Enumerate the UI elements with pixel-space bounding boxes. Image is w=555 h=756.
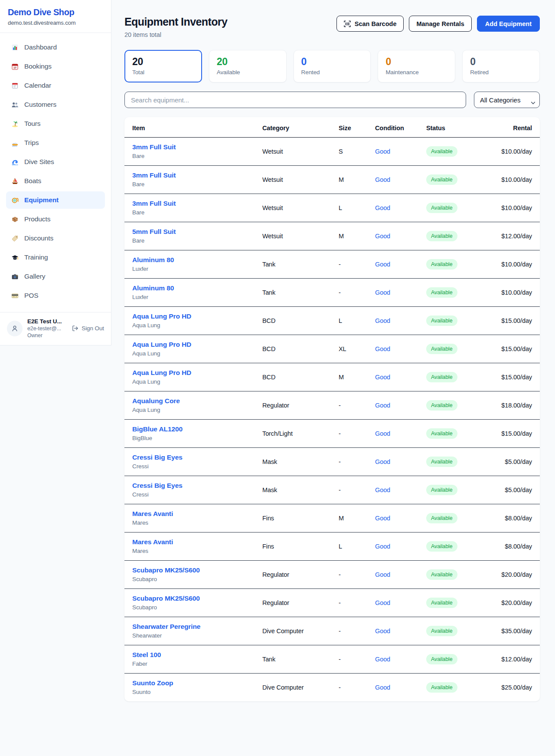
status-badge: Available [426,428,457,439]
category-cell: Regulator [255,589,331,617]
sidebar-item-products[interactable]: Products [6,210,105,228]
condition-link[interactable]: Good [375,345,390,352]
condition-link[interactable]: Good [375,486,390,493]
sidebar-item-label: Bookings [24,62,52,70]
item-brand: Scubapro [132,604,251,611]
stat-label-total: Total [132,69,194,76]
condition-link[interactable]: Good [375,374,390,381]
sidebar-item-calendar[interactable]: Calendar [6,77,105,94]
stat-card-total[interactable]: 20 Total [124,50,202,82]
condition-link[interactable]: Good [375,571,390,578]
stats-cards: 20 Total 20 Available 0 Rented 0 Mainten… [124,50,540,82]
sidebar-item-gallery[interactable]: Gallery [6,268,105,285]
category-cell: Mask [255,476,331,504]
item-cell: Mares Avanti Mares [124,532,255,561]
item-brand: Faber [132,661,251,667]
condition-link[interactable]: Good [375,261,390,268]
condition-link[interactable]: Good [375,515,390,522]
item-link[interactable]: 3mm Full Suit [132,143,251,151]
condition-link[interactable]: Good [375,402,390,409]
manage-rentals-button[interactable]: Manage Rentals [409,16,471,32]
table-row: Scubapro MK25/S600 Scubapro Regulator - … [124,589,540,617]
condition-link[interactable]: Good [375,628,390,634]
stat-label-retired: Retired [470,69,532,76]
customers-icon [11,101,19,108]
category-cell: BCD [255,363,331,391]
item-brand: Mares [132,548,251,554]
add-equipment-button[interactable]: Add Equipment [477,16,540,32]
sidebar-item-dive-sites[interactable]: Dive Sites [6,153,105,171]
item-link[interactable]: Scubapro MK25/S600 [132,566,251,574]
condition-link[interactable]: Good [375,430,390,437]
sidebar-item-bookings[interactable]: 17 Bookings [6,58,105,75]
category-filter-select[interactable]: All Categories [474,92,540,108]
equipment-table-card: Item Category Size Condition Status Rent… [124,117,540,701]
search-input[interactable] [124,92,466,108]
stat-card-rented[interactable]: 0 Rented [294,50,371,82]
shop-title: Demo Dive Shop [8,7,103,17]
sidebar-item-discounts[interactable]: Discounts [6,230,105,247]
sidebar-item-tours[interactable]: Tours [6,115,105,132]
stat-card-maintenance[interactable]: 0 Maintenance [378,50,455,82]
status-cell: Available [418,674,478,702]
stat-value-maintenance: 0 [385,56,447,68]
scan-barcode-button[interactable]: Scan Barcode [336,16,404,32]
stat-card-retired[interactable]: 0 Retired [462,50,540,82]
sidebar-item-dashboard[interactable]: Dashboard [6,39,105,56]
category-cell: Mask [255,448,331,476]
condition-link[interactable]: Good [375,176,390,183]
item-link[interactable]: Aqua Lung Pro HD [132,341,251,348]
item-link[interactable]: Steel 100 [132,651,251,659]
condition-link[interactable]: Good [375,233,390,240]
item-cell: Aluminum 80 Luxfer [124,279,255,307]
size-cell: - [331,420,367,448]
stat-card-available[interactable]: 20 Available [209,50,287,82]
status-cell: Available [418,391,478,420]
item-link[interactable]: 3mm Full Suit [132,171,251,179]
sidebar-item-pos[interactable]: POS [6,287,105,304]
sidebar-item-label: Gallery [24,273,45,280]
item-cell: Aqua Lung Pro HD Aqua Lung [124,307,255,335]
stat-value-retired: 0 [470,56,532,68]
item-link[interactable]: 5mm Full Suit [132,228,251,236]
size-cell: - [331,617,367,645]
condition-link[interactable]: Good [375,289,390,296]
filter-row: All Categories [124,92,540,108]
sidebar-item-customers[interactable]: Customers [6,96,105,113]
condition-link[interactable]: Good [375,684,390,691]
item-link[interactable]: Aqua Lung Pro HD [132,369,251,377]
sidebar-item-boats[interactable]: Boats [6,172,105,190]
item-link[interactable]: Cressi Big Eyes [132,454,251,461]
condition-link[interactable]: Good [375,599,390,606]
item-link[interactable]: Cressi Big Eyes [132,482,251,490]
item-link[interactable]: 3mm Full Suit [132,200,251,207]
status-badge: Available [426,513,457,523]
item-link[interactable]: Mares Avanti [132,510,251,518]
item-link[interactable]: Aqua Lung Pro HD [132,312,251,320]
item-brand: Luxfer [132,266,251,272]
sidebar-item-equipment[interactable]: Equipment [6,191,105,209]
condition-link[interactable]: Good [375,458,390,465]
sidebar-item-label: Calendar [24,82,51,89]
item-link[interactable]: Suunto Zoop [132,679,251,687]
condition-link[interactable]: Good [375,543,390,550]
item-link[interactable]: Shearwater Peregrine [132,623,251,631]
sign-out-button[interactable]: Sign Out [72,325,104,332]
item-link[interactable]: Scubapro MK25/S600 [132,595,251,602]
item-link[interactable]: BigBlue AL1200 [132,425,251,433]
condition-link[interactable]: Good [375,148,390,155]
size-cell: L [331,194,367,222]
item-link[interactable]: Mares Avanti [132,538,251,546]
item-cell: BigBlue AL1200 BigBlue [124,420,255,448]
sidebar-item-trips[interactable]: Trips [6,134,105,151]
item-link[interactable]: Aluminum 80 [132,256,251,264]
item-cell: Steel 100 Faber [124,645,255,674]
condition-link[interactable]: Good [375,204,390,211]
item-link[interactable]: Aluminum 80 [132,284,251,292]
condition-link[interactable]: Good [375,317,390,324]
dashboard-icon [11,44,19,51]
sidebar-item-training[interactable]: Training [6,249,105,266]
item-link[interactable]: Aqualung Core [132,397,251,405]
size-cell: - [331,589,367,617]
condition-link[interactable]: Good [375,656,390,663]
